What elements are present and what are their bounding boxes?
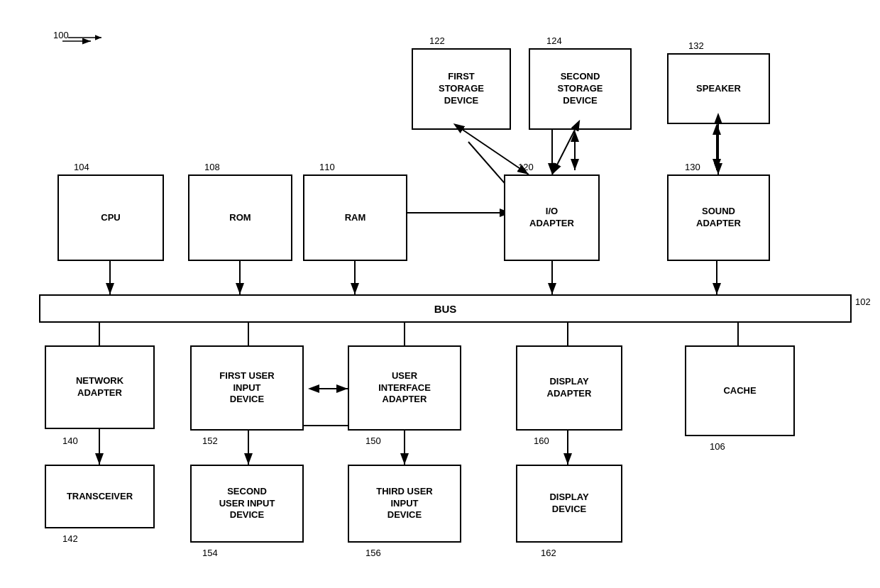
io-adapter-ref: 120 [518,162,534,172]
network-adapter-ref: 140 [62,436,78,446]
first-storage-ref: 122 [429,35,445,46]
second-storage-ref: 124 [546,35,562,46]
io-adapter-box: I/O ADAPTER [504,174,600,261]
first-storage-box: FIRST STORAGE DEVICE [412,48,511,130]
speaker-ref: 132 [688,40,704,51]
bus-bar: BUS [39,294,852,323]
third-user-input-ref: 156 [365,548,381,558]
cpu-box: CPU [57,174,164,261]
second-user-input-ref: 154 [202,548,218,558]
diagram-label: 100 [53,30,69,40]
third-user-input-box: THIRD USER INPUT DEVICE [348,465,461,543]
network-adapter-box: NETWORK ADAPTER [45,345,155,429]
transceiver-box: TRANSCEIVER [45,465,155,528]
sound-adapter-ref: 130 [685,162,700,172]
display-device-box: DISPLAY DEVICE [516,465,622,543]
rom-ref: 108 [204,162,220,172]
first-user-input-ref: 152 [202,436,218,446]
first-user-input-box: FIRST USER INPUT DEVICE [190,345,304,431]
rom-box: ROM [188,174,292,261]
display-device-ref: 162 [541,548,556,558]
user-interface-adapter-box: USER INTERFACE ADAPTER [348,345,461,431]
display-adapter-ref: 160 [534,436,549,446]
second-storage-box: SECOND STORAGE DEVICE [529,48,632,130]
cache-box: CACHE [685,345,795,436]
speaker-box: SPEAKER [667,53,770,124]
bus-ref: 102 [855,296,871,307]
user-interface-adapter-ref: 150 [365,436,381,446]
svg-line-29 [552,130,575,174]
ram-ref: 110 [319,162,335,172]
cpu-ref: 104 [74,162,89,172]
sound-adapter-box: SOUND ADAPTER [667,174,770,261]
transceiver-ref: 142 [62,533,78,544]
ram-box: RAM [303,174,407,261]
display-adapter-box: DISPLAY ADAPTER [516,345,622,431]
second-user-input-box: SECOND USER INPUT DEVICE [190,465,304,543]
cache-ref: 106 [710,441,725,452]
